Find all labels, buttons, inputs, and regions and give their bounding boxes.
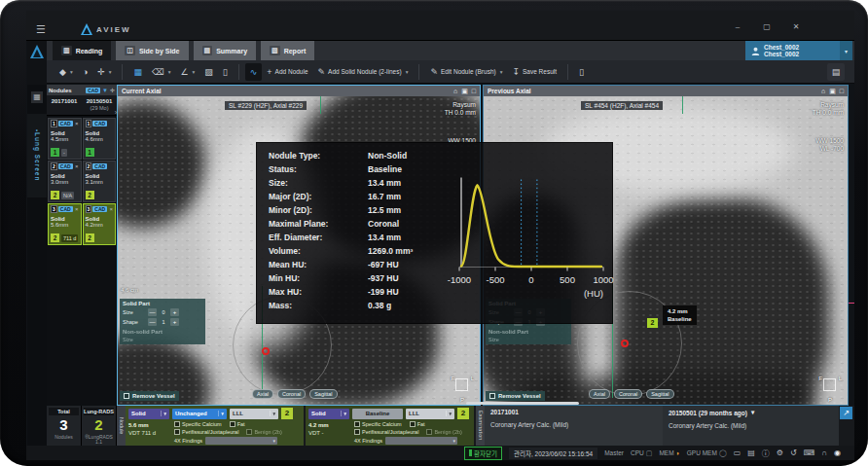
filter-icon[interactable]: ▼ — [102, 88, 108, 93]
remove-vessel-checkbox[interactable]: Remove Vessel — [120, 391, 179, 401]
remove-vessel-checkbox[interactable]: Remove Vessel — [486, 391, 545, 401]
view-pill-sagittal[interactable]: Sagittal — [646, 389, 673, 399]
edit-nodule-button[interactable]: ✎Edit Nodule (Brush)▾ — [425, 63, 507, 81]
eraser-icon: ⌫ — [152, 67, 164, 77]
home-icon[interactable]: ⌂ — [821, 88, 825, 95]
delete-tool-button[interactable]: ▯ — [218, 63, 233, 81]
close-icon[interactable]: × — [109, 206, 113, 212]
view-pill-sagittal[interactable]: Sagittal — [309, 389, 337, 399]
pin-icon[interactable]: ✛ — [110, 87, 115, 93]
nodule-card-selected[interactable]: 3CAD× Solid5.6mm 2711 d — [48, 203, 82, 245]
history-icon[interactable]: ↺ — [790, 448, 797, 457]
tab-report[interactable]: ▧ Report — [261, 41, 314, 60]
maximize-viewport-icon[interactable]: □ — [840, 88, 844, 95]
angle-tool-button[interactable]: ∠▾ — [175, 63, 199, 81]
findings-dropdown[interactable]: ▾ — [205, 437, 277, 445]
rail-tab-lung-screen[interactable]: • Lung Screen — [27, 114, 47, 197]
nodule-number-badge[interactable]: 2 — [647, 318, 658, 328]
location-dropdown[interactable]: LLL▾ — [406, 409, 454, 419]
location-dropdown[interactable]: LLL▾ — [230, 409, 278, 419]
settings-gear-icon[interactable]: ⚙ — [777, 448, 783, 457]
shape-minus-button[interactable]: — — [148, 318, 157, 326]
nodule-card[interactable]: 2CAD× Solid3.0mm 2N/A — [48, 161, 82, 202]
close-icon[interactable]: × — [75, 121, 79, 126]
nodule-marker[interactable] — [621, 340, 629, 347]
language-chip[interactable]: 환자닫기 — [464, 447, 502, 460]
findings-dropdown[interactable]: ▾ — [385, 437, 457, 445]
home-icon[interactable]: ⌂ — [453, 88, 457, 95]
window-level-tool-button[interactable]: ◑ — [78, 63, 92, 81]
specific-calcium-checkbox[interactable]: Specific Calcium — [174, 421, 222, 427]
layout-grid-icon[interactable]: ▦ — [31, 91, 43, 103]
scrollbar[interactable] — [466, 402, 579, 405]
expand-panel-button[interactable]: ↗ — [840, 407, 852, 419]
layout-tool-button[interactable]: ▦ — [128, 63, 147, 81]
close-button[interactable]: ✕ — [788, 20, 804, 33]
orientation-cube[interactable] — [823, 378, 836, 391]
minimize-button[interactable]: – — [730, 20, 745, 33]
view-pill-axial[interactable]: Axial — [589, 389, 610, 399]
tab-side-by-side[interactable]: ◫ Side by Side — [116, 41, 188, 60]
size-plus-button[interactable]: + — [170, 308, 179, 316]
orientation-f: F — [818, 376, 822, 381]
fat-checkbox[interactable]: Fat — [410, 421, 425, 427]
save-result-button[interactable]: ↧Save Result — [507, 63, 561, 81]
close-icon[interactable]: × — [75, 163, 79, 169]
patient-selector[interactable]: Chest_0002 Chest_0002 ▾ — [745, 41, 852, 60]
snapshot-icon[interactable]: ▣ — [461, 88, 468, 95]
monitor-icon[interactable]: ▭ — [734, 448, 741, 457]
nodule-row-1: 1CAD× Solid4.5mm 1- 1CAD Solid4.6mm 1 — [47, 117, 117, 160]
navigate-tool-button[interactable]: ◆▾ — [54, 63, 78, 81]
specific-calcium-checkbox[interactable]: Specific Calcium — [354, 421, 402, 427]
cad-badge[interactable]: CAD — [86, 88, 100, 93]
exam-dropdown-icon[interactable]: ▾ — [751, 409, 754, 416]
type-dropdown[interactable]: Solid▾ — [308, 409, 349, 419]
menu-icon[interactable]: ☰ — [32, 22, 50, 36]
add-solid-nodule-button[interactable]: ✎Add Solid Nodule (2-lines)▾ — [313, 63, 414, 81]
study-date-current[interactable]: 20171001 — [47, 95, 82, 115]
nodule-panel-tab[interactable]: Nodule — [117, 406, 126, 446]
examination-panel-tab[interactable]: Examination — [476, 406, 485, 446]
view-pill-coronal[interactable]: Coronal — [277, 389, 306, 399]
keyboard-icon[interactable]: ⌨ — [804, 448, 815, 457]
shape-plus-button[interactable]: + — [170, 318, 179, 326]
status-dropdown[interactable]: Unchanged▾ — [172, 409, 227, 419]
maximize-button[interactable]: ▢ — [759, 20, 775, 33]
study-date-prior[interactable]: 20150501 (29 Mo) — [82, 95, 117, 115]
type-dropdown[interactable]: Solid▾ — [128, 409, 169, 419]
orientation-cube[interactable] — [455, 378, 468, 391]
bell-icon[interactable]: ∩ — [821, 448, 827, 457]
perifissural-checkbox[interactable]: Perifissural/Juxtapleural — [354, 429, 418, 435]
tab-summary[interactable]: ▤ Summary — [194, 41, 257, 60]
perifissural-checkbox[interactable]: Perifissural/Juxtapleural — [174, 429, 238, 435]
nodule-marker[interactable] — [262, 347, 270, 355]
eraser-tool-button[interactable]: ⌫▾ — [147, 63, 176, 81]
report-settings-button[interactable]: ▤ — [827, 63, 845, 81]
patient-dropdown-icon[interactable]: ▾ — [840, 41, 852, 60]
view-pill-coronal[interactable]: Coronal — [614, 389, 642, 399]
account-icon[interactable]: ◉ — [834, 448, 841, 457]
crosshair-tool-button[interactable]: ✛▾ — [92, 63, 116, 81]
capture-tool-button[interactable]: ▨ — [199, 63, 218, 81]
close-icon[interactable]: × — [75, 206, 79, 212]
benign-checkbox[interactable]: Benign (2b) — [426, 429, 461, 435]
capture-icon: ▨ — [204, 67, 213, 77]
fat-checkbox[interactable]: Fat — [230, 421, 245, 427]
benign-checkbox[interactable]: Benign (2b) — [246, 429, 281, 435]
delete-all-button[interactable]: ▯ — [574, 63, 589, 81]
snapshot-icon[interactable]: ▣ — [829, 88, 836, 95]
nodule-card[interactable]: 2CAD Solid3.1mm 2 — [83, 161, 117, 202]
viewport-header: Previous Axial ⌂ ▣ □ — [484, 86, 848, 96]
render-mode-label: Raysum TH 0.0 mm — [445, 101, 476, 117]
maximize-viewport-icon[interactable]: □ — [472, 88, 476, 95]
add-nodule-button[interactable]: +Add Nodule — [262, 63, 312, 81]
nodule-card[interactable]: 1CAD Solid4.6mm 1 — [83, 118, 117, 160]
size-minus-button[interactable]: — — [148, 308, 157, 316]
info-icon[interactable]: ⓘ — [762, 448, 770, 458]
curve-tool-button[interactable]: ∿ — [245, 63, 263, 81]
tab-reading[interactable]: ▥ Reading — [53, 41, 111, 60]
nodule-card-selected[interactable]: 3CAD× Solid4.2mm 2 — [83, 203, 117, 245]
nodule-card[interactable]: 1CAD× Solid4.5mm 1- — [48, 118, 82, 160]
view-pill-axial[interactable]: Axial — [252, 389, 273, 399]
document-icon[interactable]: ▤ — [747, 448, 755, 457]
